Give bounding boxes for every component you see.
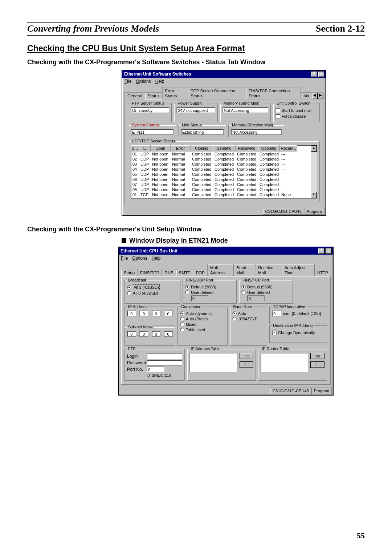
tab-pop[interactable]: POP xyxy=(193,269,208,276)
setup-tab-client: Broadcast All 1 (4.3BSD) All 0 (4.2BSD) … xyxy=(121,276,331,385)
tab-general[interactable]: General xyxy=(124,92,145,99)
close-button-2[interactable]: × xyxy=(325,248,332,254)
ins-button-1[interactable]: Ins xyxy=(240,353,254,359)
col-closing[interactable]: Closing xyxy=(191,145,213,151)
sub-heading-2: Checking with the CX-Programmer's Unit S… xyxy=(27,226,365,233)
header-left: Converting from Previous Models xyxy=(27,23,159,34)
radio-baud-10bt[interactable] xyxy=(232,317,237,321)
table-row[interactable]: 07UDPNot openNormalCompletedCompletedCom… xyxy=(131,182,317,187)
del-button-2[interactable]: Del xyxy=(310,361,324,368)
radio-baud-auto[interactable] xyxy=(232,311,237,316)
tab-setup[interactable]: Setup xyxy=(121,269,138,276)
tab-auto-adjust-time[interactable]: Auto Adjust Time xyxy=(282,264,315,276)
tab-dns[interactable]: DNS xyxy=(162,269,176,276)
col-opening[interactable]: Opening xyxy=(258,145,280,151)
col-sending[interactable]: Sending xyxy=(213,145,236,151)
table-row[interactable]: 04UDPNot openNormalCompletedCompletedCom… xyxy=(131,167,317,172)
radio-conv-autostat[interactable] xyxy=(180,317,184,321)
radio-udp-user[interactable] xyxy=(185,290,189,295)
titlebar[interactable]: Ethernet Unit Software Switches ? × xyxy=(122,70,326,78)
menu-help[interactable]: Help xyxy=(155,79,164,84)
scroll-up-icon[interactable]: ▲ xyxy=(311,145,317,152)
mask-octet-2[interactable]: 0 xyxy=(139,331,148,337)
tab-send-mail[interactable]: Send Mail xyxy=(233,264,256,276)
ftp-port-input[interactable]: 0 xyxy=(147,366,164,372)
socket-scrollbar[interactable]: ▲ ▼ xyxy=(311,145,317,198)
chk-change-dyn[interactable] xyxy=(272,331,277,335)
lbl-udp-user: User defined xyxy=(191,290,213,295)
tab-mail-address[interactable]: Mail Address xyxy=(207,264,234,276)
tabs-scroll-right-icon[interactable]: ▶ xyxy=(318,93,323,99)
legend-ftp2: FTP xyxy=(127,346,137,351)
lbl-change-dyn: Change Dynamically xyxy=(278,330,315,335)
mask-octet-3[interactable]: 0 xyxy=(152,331,161,337)
help-button-2[interactable]: ? xyxy=(318,248,324,254)
col-s[interactable]: S... xyxy=(131,145,139,151)
tab-tcp-socket[interactable]: TCP Socket Connection Status xyxy=(188,87,246,99)
legend-broadcast: Broadcast xyxy=(127,278,147,283)
grp-keepalive: TCP/IP keep-alive 0 min. [0: default (12… xyxy=(269,307,327,324)
ip-octet-2[interactable]: 0 xyxy=(139,311,148,316)
tab-more[interactable]: Ma xyxy=(301,92,312,99)
radio-tcp-user[interactable] xyxy=(241,290,246,295)
col-receiving[interactable]: Receiving xyxy=(236,145,258,151)
mask-octet-4[interactable]: 0 xyxy=(164,331,173,337)
ip-router-table-list[interactable] xyxy=(261,353,308,372)
tab-http[interactable]: HTTP xyxy=(314,269,331,276)
ip-octet-1[interactable]: 0 xyxy=(127,311,136,316)
legend-link: Link Status xyxy=(181,122,203,127)
mode-heading: Window Display in ETN21 Mode xyxy=(129,237,228,244)
tcp-port-value[interactable]: 0 xyxy=(247,295,265,301)
ip-addr-table-list[interactable] xyxy=(189,353,237,372)
software-switches-dialog: Ethernet Unit Software Switches ? × File… xyxy=(122,70,326,216)
titlebar-2[interactable]: Ethernet Unit CPU Bus Unit ? × xyxy=(119,247,333,255)
ip-octet-4[interactable]: 0 xyxy=(164,311,173,316)
radio-conv-mixed[interactable] xyxy=(180,322,184,327)
mask-octet-1[interactable]: 0 xyxy=(127,331,136,337)
tab-smtp[interactable]: SMTP xyxy=(176,269,193,276)
col-open[interactable]: Open xyxy=(151,145,171,151)
tabs-scroll-left-icon[interactable]: ◀ xyxy=(312,93,318,99)
del-button-1[interactable]: Del xyxy=(240,361,254,368)
tab-status[interactable]: Status xyxy=(145,92,163,100)
col-receiv[interactable]: Receiv... xyxy=(280,145,297,151)
menu-options[interactable]: Options xyxy=(136,79,151,84)
scroll-down-icon[interactable]: ▼ xyxy=(311,192,317,198)
table-row[interactable]: 02UDPNot openNormalCompletedCompletedCom… xyxy=(131,157,317,162)
radio-conv-table[interactable] xyxy=(180,328,184,332)
table-row[interactable]: 01TCPNot openNormalCompletedCompletedCom… xyxy=(131,192,317,197)
tab-receive-mail[interactable]: Receive Mail xyxy=(255,264,282,276)
grp-ip-addr-table: IP Address Table Ins Del xyxy=(187,349,256,381)
tab-fins-tcp[interactable]: FINS/TCP Connection Status xyxy=(246,87,301,99)
close-button[interactable]: × xyxy=(318,71,324,77)
table-row[interactable]: 01UDPNot openNormalCompletedCompletedCom… xyxy=(131,151,317,157)
menu-file[interactable]: File xyxy=(124,79,131,84)
tab-fins-tcp-2[interactable]: FINS/TCP xyxy=(137,269,162,276)
radio-conv-autodyn[interactable] xyxy=(180,311,184,316)
ftp-login-input[interactable] xyxy=(147,353,182,359)
col-t[interactable]: T... xyxy=(139,145,151,151)
lbl-conv-mixed: Mixed xyxy=(186,322,196,327)
ip-octet-3[interactable]: 0 xyxy=(152,311,161,316)
ftp-password-input[interactable] xyxy=(147,360,182,366)
chk-force-closure[interactable] xyxy=(275,114,280,119)
table-row[interactable]: 06UDPNot openNormalCompletedCompletedCom… xyxy=(131,177,317,182)
menu-file-2[interactable]: File xyxy=(121,256,128,261)
radio-tcp-default[interactable] xyxy=(241,285,246,289)
ins-button-2[interactable]: Ins xyxy=(310,353,324,359)
table-row[interactable]: 03UDPNot openNormalCompletedCompletedCom… xyxy=(131,162,317,167)
keepalive-value[interactable]: 0 xyxy=(272,311,281,316)
table-row[interactable]: 05UDPNot openNormalCompletedCompletedCom… xyxy=(131,172,317,177)
menu-options-2[interactable]: Options xyxy=(132,256,147,261)
grp-subnet-mask: Sub-net Mask 0. 0. 0. 0 xyxy=(124,327,175,346)
col-error[interactable]: Error xyxy=(171,145,191,151)
udp-port-value[interactable]: 0 xyxy=(191,295,208,301)
radio-udp-default[interactable] xyxy=(185,285,189,289)
tab-error-status[interactable]: Error Status xyxy=(162,87,188,99)
table-row[interactable]: 08UDPNot openNormalCompletedCompletedCom… xyxy=(131,187,317,192)
chk-start-post-mail[interactable] xyxy=(275,108,280,113)
menu-help-2[interactable]: Help xyxy=(152,256,161,261)
radio-bc-all0[interactable] xyxy=(127,291,131,295)
radio-bc-all1[interactable] xyxy=(127,285,131,289)
help-button[interactable]: ? xyxy=(311,71,317,77)
